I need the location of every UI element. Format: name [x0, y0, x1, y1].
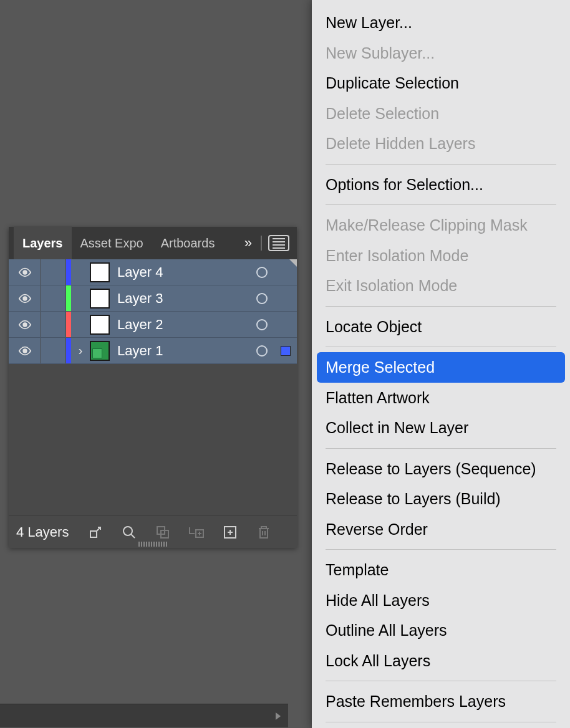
bottom-scrollbar[interactable]: [0, 704, 288, 727]
menu-item-duplicate-selection[interactable]: Duplicate Selection: [312, 68, 570, 98]
layers-panel: Layers Asset Expo Artboards » Layer 4Lay…: [9, 227, 297, 548]
target-toggle[interactable]: [249, 293, 274, 304]
visibility-toggle[interactable]: [9, 285, 41, 311]
layer-row[interactable]: Layer 4: [9, 259, 297, 285]
menu-item-hide-all-layers[interactable]: Hide All Layers: [312, 585, 570, 616]
new-layer-icon[interactable]: [222, 524, 238, 540]
layer-thumbnail: [90, 341, 110, 361]
tabs-overflow-icon[interactable]: »: [242, 235, 254, 251]
menu-item-release-to-layers-build[interactable]: Release to Layers (Build): [312, 484, 570, 514]
layer-color-bar: [66, 338, 71, 363]
menu-separator: [326, 681, 556, 681]
chevron-right-icon: ›: [79, 343, 83, 358]
lock-toggle[interactable]: [41, 285, 66, 311]
selection-box-icon: [281, 346, 291, 356]
layer-name-label[interactable]: Layer 1: [117, 343, 249, 359]
svg-point-2: [23, 323, 27, 327]
svg-point-1: [23, 297, 27, 300]
visibility-toggle[interactable]: [9, 259, 41, 285]
tab-asset-export[interactable]: Asset Expo: [72, 226, 152, 261]
selection-indicator[interactable]: [274, 346, 297, 356]
layer-name-label[interactable]: Layer 4: [117, 264, 249, 280]
lock-toggle[interactable]: [41, 312, 66, 337]
new-sublayer-icon[interactable]: [188, 524, 205, 540]
eye-icon: [18, 318, 32, 332]
target-toggle[interactable]: [249, 345, 274, 357]
layer-row[interactable]: Layer 3: [9, 285, 297, 312]
layer-color-bar: [66, 285, 71, 311]
svg-point-4: [123, 527, 132, 535]
target-toggle[interactable]: [249, 267, 274, 278]
menu-separator: [326, 549, 556, 550]
menu-separator: [326, 164, 556, 165]
menu-item-template[interactable]: Template: [312, 555, 570, 585]
menu-separator: [326, 448, 556, 449]
menu-item-new-sublayer: New Sublayer...: [312, 38, 570, 69]
panel-menu-button[interactable]: [268, 235, 289, 251]
panel-tabs: Layers Asset Expo Artboards »: [9, 227, 297, 259]
menu-separator: [326, 722, 556, 722]
tab-artboards[interactable]: Artboards: [152, 226, 224, 261]
menu-item-delete-selection: Delete Selection: [312, 98, 570, 129]
menu-item-delete-hidden-layers: Delete Hidden Layers: [312, 128, 570, 159]
eye-icon: [18, 266, 32, 279]
layer-color-bar: [66, 312, 71, 337]
layer-thumbnail: [90, 289, 110, 309]
menu-item-merge-selected[interactable]: Merge Selected: [317, 352, 565, 383]
menu-item-lock-all-layers[interactable]: Lock All Layers: [312, 646, 570, 676]
svg-point-0: [23, 271, 27, 274]
menu-item-new-layer[interactable]: New Layer...: [312, 7, 570, 38]
layer-color-bar: [66, 259, 71, 285]
panel-context-menu: New Layer...New Sublayer...Duplicate Sel…: [312, 0, 570, 728]
scrollbar-right-icon[interactable]: [272, 710, 284, 722]
layer-name-label[interactable]: Layer 2: [117, 317, 249, 333]
export-icon[interactable]: [87, 524, 104, 540]
menu-item-make-release-clipping-mask: Make/Release Clipping Mask: [312, 210, 570, 241]
menu-separator: [326, 306, 556, 307]
lock-toggle[interactable]: [41, 259, 66, 285]
clip-mask-icon[interactable]: [155, 524, 171, 540]
visibility-toggle[interactable]: [9, 338, 41, 363]
menu-item-options-for-selection[interactable]: Options for Selection...: [312, 170, 570, 200]
menu-item-flatten-artwork[interactable]: Flatten Artwork: [312, 383, 570, 413]
visibility-toggle[interactable]: [9, 312, 41, 337]
eye-icon: [18, 344, 32, 358]
menu-item-reverse-order[interactable]: Reverse Order: [312, 514, 570, 545]
menu-item-paste-remembers-layers[interactable]: Paste Remembers Layers: [312, 686, 570, 717]
menu-separator: [326, 204, 556, 205]
layer-thumbnail: [90, 262, 110, 282]
target-circle-icon: [256, 267, 268, 278]
search-icon[interactable]: [121, 524, 137, 540]
layers-list: Layer 4Layer 3Layer 2›Layer 1: [9, 259, 297, 364]
delete-icon[interactable]: [256, 524, 272, 540]
target-circle-icon: [256, 319, 268, 330]
menu-item-enter-isolation-mode: Enter Isolation Mode: [312, 241, 570, 271]
panel-footer: 4 Layers: [9, 515, 297, 548]
eye-icon: [18, 292, 32, 305]
menu-item-exit-isolation-mode: Exit Isolation Mode: [312, 271, 570, 301]
target-circle-icon: [256, 345, 268, 357]
menu-separator: [326, 347, 556, 347]
menu-item-outline-all-layers[interactable]: Outline All Layers: [312, 615, 570, 646]
svg-point-3: [23, 349, 27, 353]
resize-gripper-icon[interactable]: [128, 542, 178, 549]
target-toggle[interactable]: [249, 319, 274, 330]
tab-layers[interactable]: Layers: [14, 226, 72, 261]
lock-toggle[interactable]: [41, 338, 66, 363]
menu-item-locate-object[interactable]: Locate Object: [312, 312, 570, 342]
layers-empty-area[interactable]: [9, 364, 297, 515]
layer-row[interactable]: ›Layer 1: [9, 338, 297, 364]
layer-count-label: 4 Layers: [16, 524, 69, 540]
layer-thumbnail: [90, 315, 110, 335]
target-circle-icon: [256, 293, 268, 304]
layer-row[interactable]: Layer 2: [9, 312, 297, 338]
menu-item-collect-in-new-layer[interactable]: Collect in New Layer: [312, 413, 570, 443]
menu-item-release-to-layers-sequence[interactable]: Release to Layers (Sequence): [312, 454, 570, 484]
layer-name-label[interactable]: Layer 3: [117, 290, 249, 307]
expand-toggle[interactable]: ›: [71, 343, 90, 358]
